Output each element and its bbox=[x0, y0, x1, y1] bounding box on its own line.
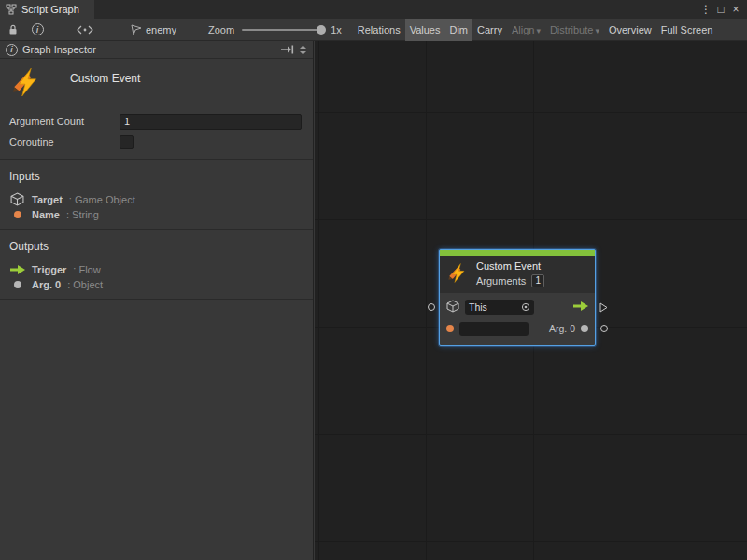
external-input-port[interactable] bbox=[428, 303, 435, 311]
values-button[interactable]: Values bbox=[405, 19, 445, 41]
toolbar-buttons: Relations Values Dim Carry Align▾ Distri… bbox=[353, 19, 718, 41]
custom-event-icon bbox=[447, 262, 469, 286]
flow-arrow-icon bbox=[9, 265, 25, 274]
custom-event-icon bbox=[11, 66, 43, 100]
argument-count-input[interactable] bbox=[120, 114, 302, 130]
node-arguments: Arguments 1 bbox=[476, 274, 544, 287]
unity-script-graph-window: Script Graph ⋮ □ × i en bbox=[0, 0, 747, 560]
section-divider bbox=[0, 299, 313, 300]
overview-button[interactable]: Overview bbox=[604, 19, 656, 41]
event-fields: Argument Count Coroutine bbox=[0, 105, 313, 160]
graph-asset-icon bbox=[131, 24, 142, 35]
chevron-down-icon: ▾ bbox=[536, 26, 541, 35]
tab-script-graph[interactable]: Script Graph bbox=[0, 0, 94, 19]
maximize-icon[interactable]: □ bbox=[713, 0, 728, 19]
graph-asset-name: enemy bbox=[146, 24, 176, 35]
argument-count-row: Argument Count bbox=[0, 112, 313, 131]
coroutine-label: Coroutine bbox=[9, 136, 120, 147]
value-port-icon bbox=[9, 211, 25, 218]
coroutine-row: Coroutine bbox=[0, 133, 313, 151]
arg0-output-port[interactable] bbox=[581, 325, 588, 332]
connections-icon[interactable] bbox=[75, 19, 95, 41]
close-icon[interactable]: × bbox=[728, 0, 743, 19]
inspector-header: i Graph Inspector bbox=[0, 41, 313, 59]
lock-icon[interactable] bbox=[6, 19, 21, 41]
align-dropdown-button[interactable]: Align▾ bbox=[507, 19, 545, 41]
graph-asset-ref[interactable]: enemy bbox=[131, 24, 176, 35]
node-row-arg0: Arg. 0 bbox=[446, 320, 588, 337]
info-icon[interactable]: i bbox=[30, 19, 45, 41]
inputs-title: Inputs bbox=[0, 160, 313, 189]
zoom-slider-handle[interactable] bbox=[317, 25, 326, 35]
cube-icon bbox=[446, 300, 459, 315]
inspector-title: Graph Inspector bbox=[22, 44, 96, 55]
zoom-slider[interactable] bbox=[242, 29, 322, 31]
node-body: This bbox=[440, 293, 595, 345]
target-self-dropdown[interactable]: This bbox=[465, 300, 534, 315]
arguments-count-field[interactable]: 1 bbox=[531, 274, 544, 287]
argument-count-label: Argument Count bbox=[9, 116, 120, 127]
coroutine-checkbox[interactable] bbox=[120, 135, 134, 149]
pin-row-name: Name : String bbox=[0, 209, 313, 229]
info-icon: i bbox=[6, 44, 18, 56]
zoom-value: 1x bbox=[331, 24, 342, 35]
dim-button[interactable]: Dim bbox=[444, 19, 472, 41]
carry-button[interactable]: Carry bbox=[472, 19, 507, 41]
flow-output-port[interactable] bbox=[573, 301, 588, 313]
event-header: Custom Event bbox=[0, 59, 313, 105]
object-port-icon bbox=[9, 281, 25, 288]
custom-event-node[interactable]: Custom Event Arguments 1 bbox=[439, 249, 596, 346]
arguments-label: Arguments bbox=[476, 275, 526, 287]
script-graph-icon bbox=[6, 4, 17, 15]
zoom-label: Zoom bbox=[208, 24, 234, 35]
target-picker-icon bbox=[521, 302, 530, 312]
relations-button[interactable]: Relations bbox=[353, 19, 405, 41]
menu-icon[interactable]: ⋮ bbox=[698, 0, 713, 19]
dock-icon[interactable] bbox=[280, 45, 294, 54]
stepper-icon[interactable] bbox=[300, 45, 307, 55]
tab-label: Script Graph bbox=[21, 4, 79, 15]
fullscreen-button[interactable]: Full Screen bbox=[656, 19, 718, 41]
external-output-port[interactable] bbox=[600, 325, 608, 332]
distribute-dropdown-button[interactable]: Distribute▾ bbox=[545, 19, 604, 41]
pin-row-target: Target : Game Object bbox=[0, 189, 313, 209]
pin-row-arg0: Arg. 0 : Object bbox=[0, 279, 313, 299]
node-row-target: This bbox=[446, 299, 588, 315]
graph-toolbar: i enemy Zoom 1x Relations Values Dim Car… bbox=[0, 19, 747, 41]
name-input-port[interactable] bbox=[446, 325, 454, 332]
chevron-down-icon: ▾ bbox=[595, 26, 599, 35]
node-title: Custom Event bbox=[476, 260, 544, 272]
graph-canvas[interactable]: Custom Event Arguments 1 bbox=[315, 41, 747, 560]
window-titlebar: Script Graph ⋮ □ × bbox=[0, 0, 747, 19]
node-header: Custom Event Arguments 1 bbox=[440, 256, 595, 293]
event-name-input[interactable] bbox=[459, 322, 529, 336]
event-title: Custom Event bbox=[70, 72, 140, 85]
graph-inspector-panel: i Graph Inspector bbox=[0, 41, 314, 560]
cube-icon bbox=[9, 192, 25, 206]
pin-row-trigger: Trigger : Flow bbox=[0, 259, 313, 279]
window-controls: ⋮ □ × bbox=[698, 0, 747, 19]
arg0-label: Arg. 0 bbox=[549, 323, 575, 334]
external-flow-port[interactable] bbox=[599, 302, 608, 315]
outputs-title: Outputs bbox=[0, 230, 313, 259]
